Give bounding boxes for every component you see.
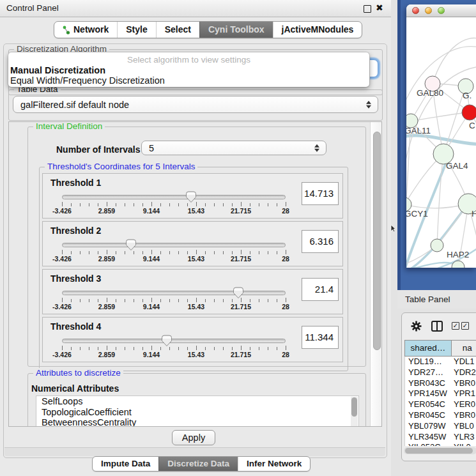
tick-label: 9.144 <box>143 351 160 358</box>
network-window-titlebar <box>406 4 476 17</box>
threshold-value-field[interactable]: 6.316 <box>302 230 339 253</box>
zoom-light[interactable] <box>438 7 445 14</box>
spinner-arrows-icon[interactable] <box>314 143 319 153</box>
tick-label: 15.43 <box>188 255 204 263</box>
table-row[interactable]: YBR045CYBR0 <box>405 410 476 421</box>
network-graph-canvas[interactable]: GAL80G.CGAL11GAL4HGCY1HAP2 <box>406 17 476 268</box>
threshold-label: Threshold 2 <box>50 226 101 236</box>
tab-label: Discretize Data <box>167 457 229 470</box>
table-panel-header: Table Panel <box>397 290 476 309</box>
table-row[interactable]: YBR043CYBR0 <box>405 378 476 389</box>
tab-discretize-data[interactable]: Discretize Data <box>158 457 238 471</box>
checkbox-icon[interactable]: ✓ <box>461 322 469 330</box>
threshold-value-field[interactable]: 11.344 <box>302 326 339 349</box>
tick-label: 2.859 <box>98 255 115 263</box>
dropdown-option-equal-width[interactable]: Equal Width/Frequency Discretization <box>10 75 165 86</box>
cell-shared-name: YDL19… <box>405 357 454 367</box>
tab-impute-data[interactable]: Impute Data <box>93 457 158 471</box>
table-row[interactable]: YDL19…YDL1 <box>405 357 476 367</box>
dropdown-option-manual[interactable]: Manual Discretization <box>10 65 105 75</box>
cell-name: YIL0 <box>454 442 476 446</box>
close-icon[interactable]: ✖ <box>376 3 383 13</box>
table-body[interactable]: YDL19…YDL1YDR27…YDR2YBR043CYBR0YPR145WYP… <box>404 357 476 446</box>
table-row[interactable]: YLR345WYLR3 <box>405 432 476 443</box>
top-tab-bar: NetworkStyleSelectCyni ToolboxjActiveMNo… <box>54 21 362 38</box>
tab-label: Impute Data <box>101 457 150 470</box>
tick-label: 9.144 <box>143 303 160 311</box>
threshold-label: Threshold 4 <box>50 321 101 332</box>
tick-label: 9.144 <box>143 255 160 263</box>
threshold-panel-3: Threshold 3-3.4262.8599.14415.4321.71528… <box>42 269 343 314</box>
number-of-intervals-label: Number of Intervals <box>56 144 140 155</box>
node-label: C <box>469 121 475 130</box>
cell-shared-name: YDR27… <box>405 367 454 378</box>
threshold-slider[interactable]: -3.4262.8599.14415.4321.71528 <box>61 191 288 218</box>
table-row[interactable]: YPR145WYPR1 <box>405 388 476 399</box>
slider-ticks <box>62 201 287 207</box>
attribute-item[interactable]: BetweennessCentrality <box>36 417 358 427</box>
vertical-scrollbar[interactable] <box>370 122 382 426</box>
node-label: H <box>472 209 476 219</box>
cell-name: YLR3 <box>454 432 476 443</box>
dropdown-placeholder: Select algorithm to view settings <box>8 55 369 65</box>
tick-label: 28 <box>282 351 289 358</box>
graph-node-hap2[interactable] <box>431 239 443 252</box>
slider-track[interactable] <box>62 195 286 199</box>
tab-jactivemnodules[interactable]: jActiveMNodules <box>273 22 362 38</box>
slider-track[interactable] <box>62 339 286 343</box>
table-row[interactable]: YBL079WYBL0 <box>405 421 476 432</box>
table-row[interactable]: YIL052CYIL0 <box>405 442 476 446</box>
tab-select[interactable]: Select <box>156 22 199 38</box>
tab-label: Cyni Toolbox <box>208 22 265 37</box>
cell-shared-name: YER054C <box>405 399 454 410</box>
tick-label: -3.426 <box>52 255 72 263</box>
columns-icon[interactable] <box>431 321 443 332</box>
table-row[interactable]: YER054CYER0 <box>405 399 476 410</box>
tick-label: -3.426 <box>52 207 72 215</box>
gear-icon[interactable] <box>411 321 422 332</box>
threshold-value-field[interactable]: 14.713 <box>302 182 339 205</box>
tab-style[interactable]: Style <box>117 22 155 38</box>
cell-name: YPR1 <box>454 388 476 399</box>
tab-label: Style <box>126 22 147 37</box>
attribute-list[interactable]: SelfLoopsTopologicalCoefficientBetweenne… <box>36 395 359 427</box>
spinner-arrows-icon[interactable] <box>366 100 371 109</box>
interval-definition-group: Interval Definition Number of Intervals … <box>27 127 366 367</box>
combo-value: galFiltered.sif default node <box>20 96 129 113</box>
close-light[interactable] <box>412 7 419 14</box>
cell-shared-name: YPR145W <box>405 388 454 399</box>
apply-button[interactable]: Apply <box>172 430 215 445</box>
attribute-item[interactable]: TopologicalCoefficient <box>36 407 358 418</box>
scrollbar-thumb[interactable] <box>373 132 381 350</box>
column-header-shared[interactable]: shared… <box>404 340 452 357</box>
attribute-item[interactable]: SelfLoops <box>36 396 358 407</box>
network-window: GAL80G.CGAL11GAL4HGCY1HAP2 <box>406 4 476 268</box>
threshold-slider[interactable]: -3.4262.8599.14415.4321.71528 <box>61 239 288 266</box>
tab-cyni-toolbox[interactable]: Cyni Toolbox <box>199 22 273 38</box>
tick-label: 28 <box>282 207 289 215</box>
tab-infer-network[interactable]: Infer Network <box>238 457 310 471</box>
table-row[interactable]: YDR27…YDR2 <box>405 367 476 378</box>
list-scrollbar[interactable] <box>351 397 358 427</box>
slider-track[interactable] <box>62 291 286 295</box>
threshold-slider[interactable]: -3.4262.8599.14415.4321.71528 <box>61 335 288 362</box>
screenshot-root: Control Panel ✖ NetworkStyleSelectCyni T… <box>0 0 476 476</box>
slider-track[interactable] <box>62 243 286 247</box>
tab-network[interactable]: Network <box>54 22 117 38</box>
float-window-icon[interactable] <box>364 5 371 13</box>
slider-ticks <box>62 345 287 351</box>
tick-label: 2.859 <box>98 303 115 311</box>
column-header-name[interactable]: na <box>452 340 476 357</box>
threshold-panel-2: Threshold 2-3.4262.8599.14415.4321.71528… <box>42 221 343 266</box>
network-icon <box>63 26 70 35</box>
number-of-intervals-combo[interactable]: 5 <box>141 141 326 155</box>
table-data-combo[interactable]: galFiltered.sif default node <box>13 96 378 113</box>
threshold-slider[interactable]: -3.4262.8599.14415.4321.71528 <box>61 287 288 314</box>
horizontal-scrollbar[interactable] <box>404 447 476 454</box>
tick-label: 15.43 <box>188 303 204 311</box>
threshold-value-field[interactable]: 21.4 <box>302 278 339 301</box>
checkbox-icon[interactable]: ✓ <box>452 322 459 330</box>
tab-label: Infer Network <box>247 457 302 470</box>
minimize-light[interactable] <box>425 7 432 14</box>
graph-node-c[interactable] <box>462 105 476 120</box>
